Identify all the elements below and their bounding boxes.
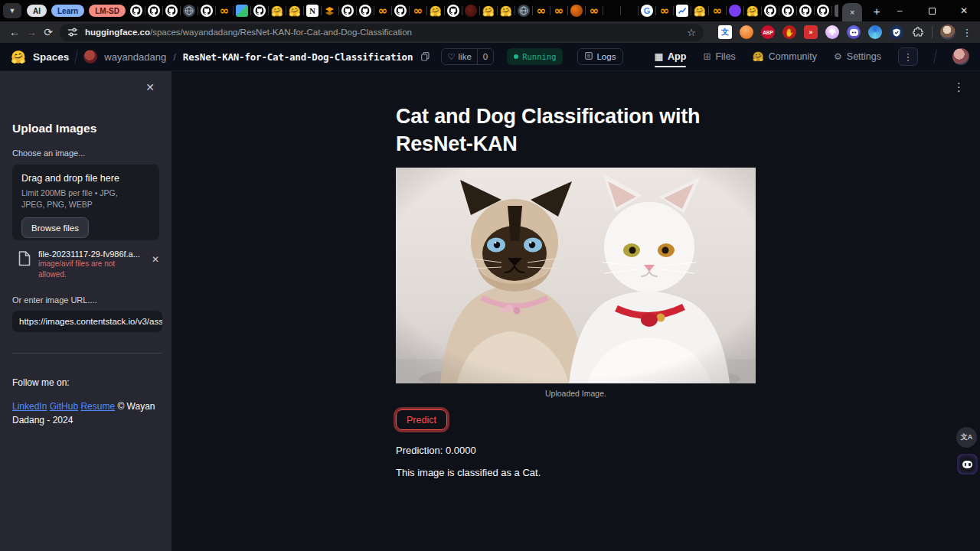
window-minimize-button[interactable]: – [884,0,916,21]
browse-files-button[interactable]: Browse files [21,217,89,238]
tab-search-chevron-icon[interactable]: ▼ [3,3,21,18]
orange-circle-favicon-tab[interactable] [570,5,583,17]
tab-group-ai[interactable]: AI [27,5,47,17]
hf-emoji-favicon-tab[interactable]: 🤗 [289,5,301,17]
orange-genie-extension-icon[interactable] [740,25,753,39]
gray-app-favicon-tab[interactable] [835,5,838,17]
space-kebab-menu[interactable]: ⋮ [898,47,918,66]
mushroom-ai-extension-icon[interactable] [825,25,839,39]
image-url-label: Or enter image URL.... [12,295,159,305]
hf-infinity-favicon-tab[interactable]: ∞ [535,5,547,17]
google-translate-extension-icon[interactable]: 文 [718,25,732,39]
streamlit-menu-kebab-icon[interactable]: ⋮ [953,80,965,94]
extensions-puzzle-extension-icon[interactable] [911,25,925,39]
hf-emoji-favicon-tab[interactable]: 🤗 [430,5,442,17]
like-widget[interactable]: ♡like 0 [441,48,494,65]
github-favicon-tab[interactable] [201,5,213,17]
google-favicon-tab[interactable]: G [641,5,653,17]
address-bar[interactable]: huggingface.co/spaces/wayandadang/ResNet… [60,24,704,41]
window-close-button[interactable]: ✕ [948,0,980,21]
bookmark-star-icon[interactable]: ☆ [687,27,696,38]
user-avatar[interactable] [952,48,969,65]
huggingface-logo-icon[interactable]: 🤗 [11,50,26,64]
spaces-brand-link[interactable]: Spaces [33,51,69,63]
hf-emoji-favicon-tab[interactable]: 🤗 [482,5,495,17]
github-favicon-tab[interactable] [764,5,776,17]
adblock-extension-icon[interactable]: ✋ [782,25,796,39]
predict-button[interactable]: Predict [396,409,447,430]
github-favicon-tab[interactable] [165,5,178,17]
notion-favicon-tab[interactable]: N [306,5,318,17]
github-favicon-tab[interactable] [447,5,459,17]
document-icon [18,251,31,269]
hf-infinity-favicon-tab[interactable]: ∞ [412,5,424,17]
github-favicon-tab[interactable] [799,5,812,17]
hf-infinity-favicon-tab[interactable]: ∞ [553,5,565,17]
purple-app-favicon-tab[interactable] [729,5,741,17]
linkedin-link[interactable]: LinkedIn [12,401,47,412]
blank-favicon-tab[interactable] [623,5,635,17]
tab-files[interactable]: ⊞Files [703,43,735,70]
monica-ai-extension-icon[interactable] [847,25,861,39]
globe-favicon-tab[interactable] [183,5,195,17]
shield-app-extension-icon[interactable] [890,25,903,39]
hf-emoji-favicon-tab[interactable]: 🤗 [271,5,283,17]
window-maximize-button[interactable] [916,0,948,21]
maroon-circle-favicon-tab[interactable] [465,5,477,17]
hf-emoji-favicon-tab[interactable]: 🤗 [746,5,759,17]
tab-settings[interactable]: ⚙Settings [834,43,881,70]
space-owner-link[interactable]: wayandadang [104,51,166,63]
status-badge[interactable]: Running [507,48,563,65]
space-name-link[interactable]: ResNet-KAN-for-Cat-and-Dog-Classificatio… [183,51,413,63]
red-badge-extension-icon[interactable]: » [804,25,818,39]
github-favicon-tab[interactable] [817,5,829,17]
hf-emoji-favicon-tab[interactable]: 🤗 [694,5,706,17]
browser-tab-strip: ▼ AI Learn LM-SD ∞🤗🤗N∞∞🤗🤗🤗∞∞∞G∞🤗∞🤗kk∞∞ ×… [0,0,980,21]
tab-separator [779,6,779,15]
copy-icon[interactable] [421,52,430,61]
chart-favicon-tab[interactable] [676,5,688,17]
github-favicon-tab[interactable] [148,5,160,17]
browser-menu-kebab-icon[interactable]: ⋮ [960,27,974,38]
browser-profile-avatar[interactable] [940,24,956,40]
hf-infinity-favicon-tab[interactable]: ∞ [588,5,600,17]
blank-favicon-tab[interactable] [606,5,618,17]
github-favicon-tab[interactable] [130,5,142,17]
github-favicon-tab[interactable] [359,5,371,17]
monica-assistant-fab-icon[interactable] [957,454,978,474]
new-tab-button[interactable]: + [870,5,884,18]
github-favicon-tab[interactable] [394,5,407,17]
sidebar-close-icon[interactable]: ✕ [145,82,155,93]
globe-favicon-tab[interactable] [518,5,530,17]
adblock-plus-extension-icon[interactable]: ABP [761,25,775,39]
hf-infinity-favicon-tab[interactable]: ∞ [218,5,230,17]
hf-infinity-favicon-tab[interactable]: ∞ [377,5,389,17]
translate-fab-icon[interactable]: 文A [956,427,977,448]
orange-layers-favicon-tab[interactable] [324,5,336,17]
image-url-input[interactable]: https://images.contentstack.io/v3/assets [12,311,162,332]
github-favicon-tab[interactable] [782,5,794,17]
space-owner-avatar[interactable] [83,50,97,64]
colors-square-favicon-tab[interactable] [236,5,248,17]
active-tab[interactable]: × [842,3,862,21]
forward-icon[interactable]: → [23,26,40,38]
site-settings-icon[interactable] [67,27,78,37]
hf-infinity-favicon-tab[interactable]: ∞ [658,5,671,17]
tab-group-learn[interactable]: Learn [51,5,84,17]
file-dropzone[interactable]: Drag and drop file here Limit 200MB per … [12,165,159,240]
github-link[interactable]: GitHub [50,401,78,412]
logs-button[interactable]: Logs [577,48,623,65]
reload-icon[interactable]: ⟳ [40,26,57,38]
resume-link[interactable]: Resume [80,401,115,412]
github-favicon-tab[interactable] [341,5,354,17]
tab-community[interactable]: 🤗Community [753,43,817,70]
github-favicon-tab[interactable] [253,5,266,17]
close-tab-icon[interactable]: × [850,8,854,17]
back-icon[interactable]: ← [6,26,23,38]
hf-infinity-favicon-tab[interactable]: ∞ [711,5,724,17]
hf-emoji-favicon-tab[interactable]: 🤗 [500,5,512,17]
remove-file-icon[interactable]: ✕ [152,254,159,265]
tab-app[interactable]: ▦App [655,43,687,70]
blue-swirl-extension-icon[interactable] [868,25,882,39]
tab-group-lmsd[interactable]: LM-SD [89,5,126,17]
